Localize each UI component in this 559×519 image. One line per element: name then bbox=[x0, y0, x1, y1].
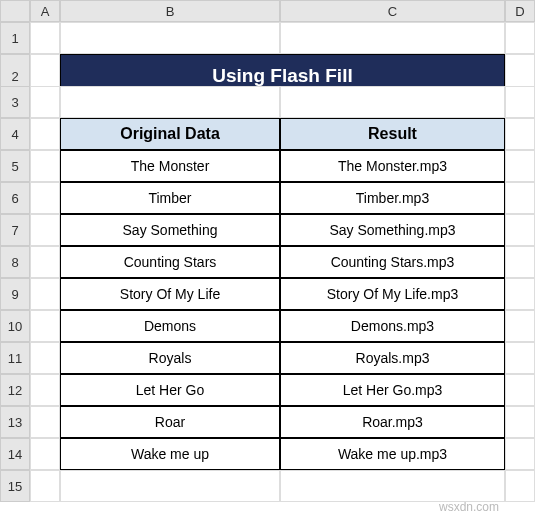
table-row[interactable]: The Monster.mp3 bbox=[280, 150, 505, 182]
table-row[interactable]: Royals bbox=[60, 342, 280, 374]
row-header-14[interactable]: 14 bbox=[0, 438, 30, 470]
row-header-13[interactable]: 13 bbox=[0, 406, 30, 438]
row-header-9[interactable]: 9 bbox=[0, 278, 30, 310]
table-row[interactable]: Story Of My Life.mp3 bbox=[280, 278, 505, 310]
cell-d3[interactable] bbox=[505, 86, 535, 118]
table-row[interactable]: Demons.mp3 bbox=[280, 310, 505, 342]
cell-b3[interactable] bbox=[60, 86, 280, 118]
table-row[interactable]: Say Something bbox=[60, 214, 280, 246]
table-row[interactable]: Roar bbox=[60, 406, 280, 438]
col-header-c[interactable]: C bbox=[280, 0, 505, 22]
cell-a3[interactable] bbox=[30, 86, 60, 118]
table-row[interactable]: Wake me up bbox=[60, 438, 280, 470]
cell-c1[interactable] bbox=[280, 22, 505, 54]
cell-d15[interactable] bbox=[505, 470, 535, 502]
table-row[interactable]: Demons bbox=[60, 310, 280, 342]
col-header-b[interactable]: B bbox=[60, 0, 280, 22]
col-header-d[interactable]: D bbox=[505, 0, 535, 22]
table-row[interactable]: Wake me up.mp3 bbox=[280, 438, 505, 470]
cell-d10[interactable] bbox=[505, 310, 535, 342]
cell-d12[interactable] bbox=[505, 374, 535, 406]
row-header-1[interactable]: 1 bbox=[0, 22, 30, 54]
cell-c3[interactable] bbox=[280, 86, 505, 118]
row-header-15[interactable]: 15 bbox=[0, 470, 30, 502]
cell-d5[interactable] bbox=[505, 150, 535, 182]
table-row[interactable]: Counting Stars bbox=[60, 246, 280, 278]
cell-a7[interactable] bbox=[30, 214, 60, 246]
row-header-5[interactable]: 5 bbox=[0, 150, 30, 182]
col-header-a[interactable]: A bbox=[30, 0, 60, 22]
cell-a5[interactable] bbox=[30, 150, 60, 182]
table-row[interactable]: Royals.mp3 bbox=[280, 342, 505, 374]
cell-a8[interactable] bbox=[30, 246, 60, 278]
table-header-original[interactable]: Original Data bbox=[60, 118, 280, 150]
table-row[interactable]: Say Something.mp3 bbox=[280, 214, 505, 246]
row-header-3[interactable]: 3 bbox=[0, 86, 30, 118]
table-row[interactable]: Let Her Go.mp3 bbox=[280, 374, 505, 406]
cell-d9[interactable] bbox=[505, 278, 535, 310]
cell-d14[interactable] bbox=[505, 438, 535, 470]
cell-d4[interactable] bbox=[505, 118, 535, 150]
cell-a11[interactable] bbox=[30, 342, 60, 374]
cell-a1[interactable] bbox=[30, 22, 60, 54]
cell-a14[interactable] bbox=[30, 438, 60, 470]
row-header-4[interactable]: 4 bbox=[0, 118, 30, 150]
cell-a6[interactable] bbox=[30, 182, 60, 214]
table-row[interactable]: Timber bbox=[60, 182, 280, 214]
cell-d7[interactable] bbox=[505, 214, 535, 246]
table-row[interactable]: The Monster bbox=[60, 150, 280, 182]
row-header-6[interactable]: 6 bbox=[0, 182, 30, 214]
table-row[interactable]: Counting Stars.mp3 bbox=[280, 246, 505, 278]
table-row[interactable]: Let Her Go bbox=[60, 374, 280, 406]
row-header-10[interactable]: 10 bbox=[0, 310, 30, 342]
spreadsheet-grid[interactable]: A B C D 1 2 Using Flash Fill 3 4 Origina… bbox=[0, 0, 559, 502]
watermark: wsxdn.com bbox=[439, 500, 499, 514]
cell-d1[interactable] bbox=[505, 22, 535, 54]
cell-b1[interactable] bbox=[60, 22, 280, 54]
cell-c15[interactable] bbox=[280, 470, 505, 502]
table-row[interactable]: Story Of My Life bbox=[60, 278, 280, 310]
cell-a12[interactable] bbox=[30, 374, 60, 406]
table-row[interactable]: Roar.mp3 bbox=[280, 406, 505, 438]
row-header-12[interactable]: 12 bbox=[0, 374, 30, 406]
row-header-7[interactable]: 7 bbox=[0, 214, 30, 246]
cell-a4[interactable] bbox=[30, 118, 60, 150]
cell-a9[interactable] bbox=[30, 278, 60, 310]
cell-d11[interactable] bbox=[505, 342, 535, 374]
cell-d8[interactable] bbox=[505, 246, 535, 278]
cell-a13[interactable] bbox=[30, 406, 60, 438]
table-row[interactable]: Timber.mp3 bbox=[280, 182, 505, 214]
row-header-11[interactable]: 11 bbox=[0, 342, 30, 374]
row-header-8[interactable]: 8 bbox=[0, 246, 30, 278]
cell-d6[interactable] bbox=[505, 182, 535, 214]
table-header-result[interactable]: Result bbox=[280, 118, 505, 150]
cell-d13[interactable] bbox=[505, 406, 535, 438]
select-all-corner[interactable] bbox=[0, 0, 30, 22]
cell-a15[interactable] bbox=[30, 470, 60, 502]
cell-a10[interactable] bbox=[30, 310, 60, 342]
cell-b15[interactable] bbox=[60, 470, 280, 502]
